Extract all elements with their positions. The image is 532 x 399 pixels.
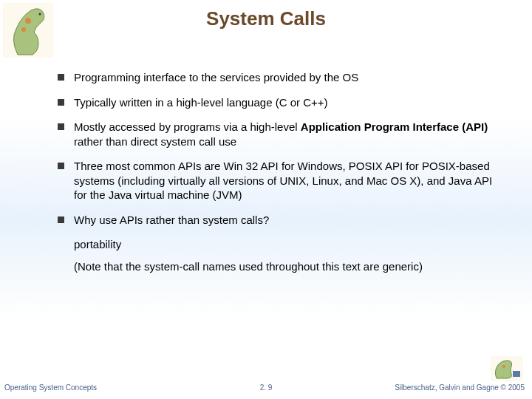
slide-title: System Calls xyxy=(0,7,532,30)
bullet-text: Typically written in a high-level langua… xyxy=(74,96,328,109)
bullet-text: rather than direct system call use xyxy=(74,135,236,148)
sub-text: (Note that the system-call names used th… xyxy=(74,260,423,273)
bullet-item: Programming interface to the services pr… xyxy=(58,70,497,85)
svg-rect-6 xyxy=(513,371,520,377)
footer-copyright: Silberschatz, Galvin and Gagne © 2005 xyxy=(395,383,525,392)
bullet-text: Mostly accessed by programs via a high-l… xyxy=(74,120,301,133)
bullet-text: Three most common APIs are Win 32 API fo… xyxy=(74,160,492,201)
sub-item: portability xyxy=(58,237,497,252)
bullet-item: Three most common APIs are Win 32 API fo… xyxy=(58,159,497,202)
bullet-item: Typically written in a high-level langua… xyxy=(58,95,497,110)
bullet-item: Why use APIs rather than system calls? xyxy=(58,213,497,228)
dinosaur-small-icon xyxy=(491,356,523,381)
sub-item: (Note that the system-call names used th… xyxy=(58,259,497,274)
svg-point-5 xyxy=(502,365,505,368)
bullet-text: Programming interface to the services pr… xyxy=(74,71,358,83)
bullet-item: Mostly accessed by programs via a high-l… xyxy=(58,120,497,149)
bullet-bold: Application Program Interface (API) xyxy=(301,120,488,133)
slide: System Calls Programming interface to th… xyxy=(0,0,532,399)
sub-text: portability xyxy=(74,238,121,250)
bullet-text: Why use APIs rather than system calls? xyxy=(74,214,269,226)
slide-content: Programming interface to the services pr… xyxy=(58,70,497,281)
